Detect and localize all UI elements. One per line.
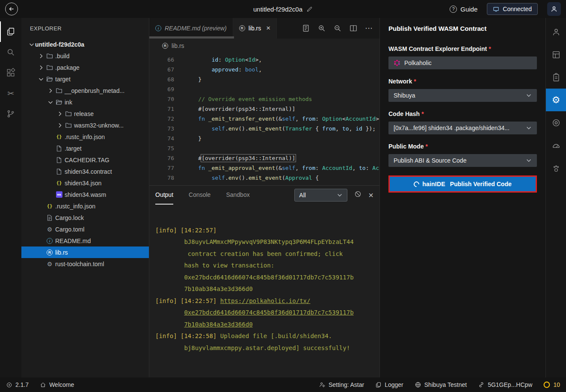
log-line: 0xe27bdcd6416d66074c845b8f36d01717db7c7c… bbox=[155, 307, 379, 319]
code-editor[interactable]: 66 id: Option<Id>,67 approved: bool,68 }… bbox=[149, 53, 379, 185]
avatar[interactable] bbox=[547, 2, 561, 16]
publish-button-label: Publish Verified Code bbox=[450, 181, 512, 187]
tree-item-label: rust-toolchain.toml bbox=[55, 261, 104, 267]
extensions-icon[interactable] bbox=[0, 62, 21, 83]
gauge-icon[interactable] bbox=[546, 134, 566, 157]
publish-verified-code-button[interactable]: hainIDE Publish Verified Code bbox=[390, 177, 536, 191]
tree-item-shiden34-wasm[interactable]: washiden34.wasm bbox=[21, 189, 149, 200]
tree-item--rustc-info-json[interactable]: {}.rustc_info.json bbox=[21, 200, 149, 212]
line-number: 71 bbox=[149, 104, 174, 114]
log-line: [info] [14:22:58] Uploaded file [.build/… bbox=[155, 330, 379, 342]
rust-icon: R bbox=[45, 249, 54, 255]
log-link[interactable]: 7b10ab384a3e3d366d0 bbox=[184, 321, 252, 328]
tree-item-target[interactable]: target bbox=[21, 73, 149, 85]
chevron-down-icon bbox=[526, 92, 532, 98]
log-filter-select[interactable]: All bbox=[294, 189, 347, 202]
file-list-icon bbox=[45, 214, 54, 221]
clear-log-icon[interactable] bbox=[354, 190, 362, 199]
balance-item[interactable]: 10 bbox=[543, 381, 560, 388]
tree-item-wasm32-unknow-[interactable]: wasm32-unknow... bbox=[21, 119, 149, 131]
tree-item-cachedir-tag[interactable]: CACHEDIR.TAG bbox=[21, 154, 149, 166]
setting-item[interactable]: Setting: Astar bbox=[319, 381, 364, 388]
account-label: 5G1GEp...HCpw bbox=[488, 381, 532, 388]
accounts-icon[interactable] bbox=[546, 21, 566, 43]
breadcrumb[interactable]: R lib.rs bbox=[149, 39, 379, 53]
close-icon[interactable]: × bbox=[266, 24, 270, 33]
info-icon: i bbox=[155, 25, 161, 31]
zoom-in-icon[interactable] bbox=[317, 24, 326, 33]
tree-item-label: .rustc_info.json bbox=[55, 203, 95, 210]
version-item[interactable]: 2.1.7 bbox=[6, 381, 29, 388]
outline-icon[interactable] bbox=[302, 24, 310, 33]
endpoint-field[interactable]: Polkaholic bbox=[388, 56, 537, 69]
rename-pencil-icon[interactable] bbox=[306, 6, 313, 12]
tree-item--target[interactable]: .target bbox=[21, 143, 149, 154]
code-hash-select[interactable]: [0x7a...fe96] shiden34 .package/shiden34… bbox=[388, 122, 537, 134]
connected-badge[interactable]: Connected bbox=[487, 3, 538, 15]
folder-icon bbox=[64, 122, 73, 129]
tree-item-cargo-lock[interactable]: Cargo.lock bbox=[21, 212, 149, 223]
scissors-icon[interactable]: ✂ bbox=[0, 83, 21, 104]
chevron-down-icon bbox=[47, 99, 54, 106]
indent-spacer bbox=[38, 203, 44, 210]
tree-item-ink[interactable]: ink bbox=[21, 96, 149, 108]
more-actions-icon[interactable]: ⋯ bbox=[365, 24, 373, 32]
tree-item-rust-toolchain-toml[interactable]: ⚙rust-toolchain.toml bbox=[21, 258, 149, 270]
account-item[interactable]: 5G1GEp...HCpw bbox=[478, 381, 532, 388]
line-number: 76 bbox=[149, 153, 174, 163]
zoom-out-icon[interactable] bbox=[333, 24, 342, 33]
back-button[interactable] bbox=[5, 3, 18, 15]
network-select[interactable]: Shibuya bbox=[388, 89, 537, 102]
tree-item-readme-md[interactable]: iREADME.md bbox=[21, 235, 149, 246]
settings-icon[interactable]: ⚙ bbox=[546, 89, 566, 111]
tree-item-shiden34-json[interactable]: {}shiden34.json bbox=[21, 177, 149, 189]
guide-button[interactable]: ? Guide bbox=[450, 6, 477, 13]
network-group: Network* Shibuya bbox=[388, 78, 537, 102]
log-link[interactable]: 0xe27bdcd6416d66074c845b8f36d01717db7c7c… bbox=[184, 309, 353, 316]
tab-scrollbar[interactable] bbox=[149, 36, 234, 39]
tab-label: lib.rs bbox=[249, 25, 261, 32]
file-tree: untitled-f29d2c0a.build.packagetarget__o… bbox=[21, 39, 149, 377]
tree-item--openbrush-metad-[interactable]: __openbrush_metad... bbox=[21, 85, 149, 96]
close-panel-icon[interactable]: × bbox=[368, 191, 373, 199]
welcome-item[interactable]: Welcome bbox=[40, 381, 74, 388]
tree-item-lib-rs[interactable]: Rlib.rs bbox=[21, 246, 149, 258]
titlebar-right: ? Guide Connected bbox=[450, 2, 561, 16]
split-editor-icon[interactable] bbox=[349, 24, 358, 33]
search-icon[interactable] bbox=[0, 42, 21, 62]
tree-item-label: release bbox=[74, 110, 94, 117]
rust-icon: R bbox=[239, 25, 245, 31]
welcome-icon bbox=[40, 382, 46, 388]
chevron-right-icon bbox=[56, 110, 63, 117]
sandbox-icon[interactable] bbox=[546, 157, 566, 179]
tree-item--rustc-info-json[interactable]: {}.rustc_info.json bbox=[21, 131, 149, 143]
tree-item-cargo-toml[interactable]: ⚙Cargo.toml bbox=[21, 223, 149, 235]
network-item[interactable]: Shibuya Testnet bbox=[415, 381, 467, 388]
code-line-74: 74 } bbox=[149, 134, 379, 143]
line-number: 72 bbox=[149, 114, 174, 124]
publish-panel-title: Publish Verified WASM Contract bbox=[380, 18, 545, 39]
tab-readme-md-preview-[interactable]: iREADME.md (preview) bbox=[149, 18, 233, 39]
tab-lib-rs[interactable]: Rlib.rs× bbox=[233, 18, 277, 39]
services-icon[interactable] bbox=[546, 111, 566, 134]
tree-item-shiden34-contract[interactable]: shiden34.contract bbox=[21, 166, 149, 177]
tree-item-untitled-f29d2c0a[interactable]: untitled-f29d2c0a bbox=[21, 39, 149, 50]
wasm-icon: wa bbox=[55, 191, 63, 198]
logger-item[interactable]: Logger bbox=[375, 381, 403, 388]
code-line-76: 76 #[overrider(psp34::Internal)] bbox=[149, 153, 379, 163]
line-number: 73 bbox=[149, 124, 174, 134]
tree-item--build[interactable]: .build bbox=[21, 50, 149, 62]
templates-icon[interactable] bbox=[546, 43, 566, 66]
explorer-icon[interactable] bbox=[0, 21, 21, 42]
git-branch-icon[interactable] bbox=[0, 104, 21, 124]
info-icon: i bbox=[45, 238, 54, 244]
clipboard-icon[interactable] bbox=[546, 66, 566, 89]
log-link[interactable]: https://polkaholic.io/tx/ bbox=[220, 297, 311, 304]
tree-item-release[interactable]: release bbox=[21, 108, 149, 119]
public-mode-select[interactable]: Publish ABI & Source Code bbox=[388, 154, 537, 167]
chevron-right-icon bbox=[38, 64, 44, 71]
version-icon bbox=[6, 382, 12, 388]
required-asterisk: * bbox=[414, 78, 416, 85]
log-output[interactable]: [info] [14:22:57] bJ8uyvLAMmxcMPpywvqV9P… bbox=[149, 201, 379, 378]
tree-item--package[interactable]: .package bbox=[21, 62, 149, 73]
